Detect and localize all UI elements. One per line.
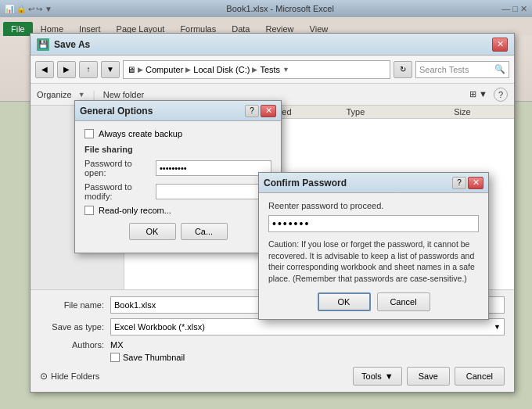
forward-button[interactable]: ▶ — [57, 61, 76, 78]
cancel-main-button[interactable]: Cancel — [455, 367, 505, 386]
arrow-icon-2: ▶ — [185, 66, 191, 74]
search-placeholder: Search Tests — [419, 65, 469, 74]
confirm-ok-button[interactable]: OK — [318, 292, 371, 311]
up-button[interactable]: ↑ — [79, 61, 98, 78]
search-icon: 🔍 — [494, 64, 505, 74]
tools-label: Tools — [361, 371, 382, 381]
confirm-password-buttons: OK Cancel — [268, 292, 479, 311]
readonly-checkbox[interactable] — [84, 206, 94, 215]
hide-folders-icon: ⊙ — [40, 371, 48, 382]
save-as-title-bar: 💾 Save As ✕ — [31, 34, 514, 56]
save-type-row: Save as type: Excel Workbook (*.xlsx) ▼ — [40, 318, 505, 335]
always-backup-checkbox[interactable] — [84, 129, 94, 138]
organize-button[interactable]: Organize — [37, 90, 72, 99]
authors-row: Authors: MX — [40, 340, 505, 350]
view-button[interactable]: ⊞ ▼ — [469, 89, 487, 99]
save-as-close-button[interactable]: ✕ — [492, 38, 508, 52]
password-modify-label: Password to modify: — [84, 182, 156, 201]
refresh-button[interactable]: ↻ — [394, 61, 412, 78]
tools-arrow-icon: ▼ — [385, 371, 394, 381]
bottom-buttons: ⊙ Hide Folders Tools ▼ Save Cancel — [40, 367, 505, 386]
file-sharing-label: File sharing — [84, 145, 271, 154]
general-options-body: Always create backup File sharing Passwo… — [75, 121, 281, 253]
save-type-value: Excel Workbook (*.xlsx) — [114, 322, 205, 332]
excel-title-bar: 📊 🔒 ↩ ↪ ▼ Book1.xlsx - Microsoft Excel —… — [0, 0, 532, 17]
save-type-label: Save as type: — [40, 322, 110, 332]
authors-label: Authors: — [40, 340, 110, 350]
address-toolbar: ◀ ▶ ↑ ▼ 🖥 ▶ Computer ▶ Local Disk (C:) ▶… — [31, 56, 514, 84]
confirm-cancel-button[interactable]: Cancel — [377, 292, 430, 311]
confirm-warning: Caution: If you lose or forget the passw… — [268, 239, 479, 285]
arrow-icon-3: ▶ — [252, 66, 257, 74]
address-part1: 🖥 — [127, 65, 135, 74]
general-options-close-button[interactable]: ✕ — [261, 105, 276, 117]
col-size-header: Size — [454, 107, 508, 117]
address-computer: Computer — [146, 65, 183, 74]
confirm-password-title: Confirm Password — [264, 178, 452, 188]
password-open-input[interactable] — [156, 160, 271, 176]
thumbnail-row: Save Thumbnail — [40, 353, 505, 362]
confirm-instruction: Reenter password to proceed. — [268, 201, 479, 210]
address-bar[interactable]: 🖥 ▶ Computer ▶ Local Disk (C:) ▶ Tests ▼ — [123, 60, 390, 79]
select-arrow-icon: ▼ — [494, 323, 501, 331]
authors-value: MX — [110, 340, 124, 350]
password-open-row: Password to open: — [84, 159, 271, 178]
search-box[interactable]: Search Tests 🔍 — [415, 61, 509, 78]
back-button[interactable]: ◀ — [35, 61, 54, 78]
file-name-label: File name: — [40, 300, 110, 310]
excel-title: Book1.xlsx - Microsoft Excel — [59, 4, 501, 13]
arrow-icon-4: ▼ — [282, 66, 289, 74]
arrow-icon-1: ▶ — [138, 66, 143, 74]
confirm-password-body: Reenter password to proceed. Caution: If… — [259, 193, 488, 319]
thumbnail-label: Save Thumbnail — [123, 353, 185, 362]
confirm-password-input[interactable] — [268, 215, 479, 232]
general-options-title-bar: General Options ? ✕ — [75, 101, 281, 121]
save-button[interactable]: Save — [407, 367, 450, 386]
confirm-password-help-button[interactable]: ? — [452, 177, 466, 189]
password-modify-input[interactable] — [156, 184, 271, 199]
readonly-row: Read-only recom... — [84, 206, 271, 215]
confirm-password-dialog: Confirm Password ? ✕ Reenter password to… — [258, 172, 489, 320]
address-disk: Local Disk (C:) — [193, 65, 250, 74]
new-folder-button[interactable]: New folder — [103, 90, 145, 99]
tab-file[interactable]: File — [3, 22, 33, 36]
password-modify-row: Password to modify: — [84, 182, 271, 201]
tools-button[interactable]: Tools ▼ — [353, 367, 402, 386]
password-open-label: Password to open: — [84, 159, 156, 178]
address-tests: Tests — [260, 65, 280, 74]
always-backup-row: Always create backup — [84, 129, 271, 138]
general-options-help-button[interactable]: ? — [245, 105, 259, 117]
general-options-cancel-button[interactable]: Ca... — [181, 223, 228, 240]
confirm-password-close-button[interactable]: ✕ — [468, 177, 483, 189]
col-type-header: Type — [346, 107, 454, 117]
general-options-buttons: OK Ca... — [84, 223, 271, 245]
general-options-ok-button[interactable]: OK — [129, 223, 176, 240]
hide-folders-label: Hide Folders — [51, 371, 99, 381]
thumbnail-checkbox[interactable] — [110, 353, 120, 362]
general-options-title: General Options — [80, 106, 245, 117]
general-options-dialog: General Options ? ✕ Always create backup… — [74, 100, 282, 253]
save-type-select[interactable]: Excel Workbook (*.xlsx) ▼ — [110, 318, 505, 335]
confirm-password-title-bar: Confirm Password ? ✕ — [259, 173, 488, 193]
readonly-label: Read-only recom... — [99, 206, 171, 215]
save-as-title: Save As — [54, 39, 492, 50]
always-backup-label: Always create backup — [99, 129, 182, 138]
recent-button[interactable]: ▼ — [101, 61, 120, 78]
help-button[interactable]: ? — [494, 88, 508, 102]
hide-folders-button[interactable]: ⊙ Hide Folders — [40, 371, 99, 382]
save-as-icon: 💾 — [37, 38, 49, 51]
